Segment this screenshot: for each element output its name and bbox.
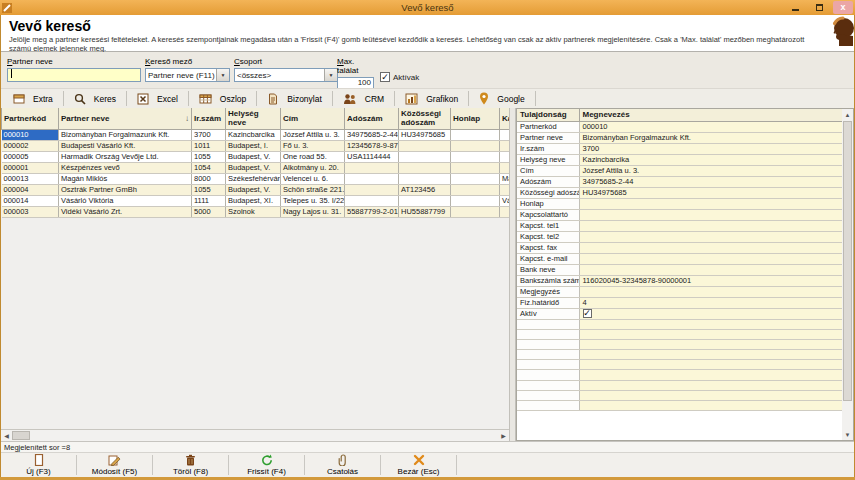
property-value[interactable]: 116020045-32345878-90000001 bbox=[579, 275, 843, 286]
property-value[interactable] bbox=[579, 209, 843, 220]
property-row[interactable]: Kapcsolattartó bbox=[517, 209, 843, 220]
table-cell[interactable]: Vidéki Vásárló Zrt. bbox=[59, 206, 192, 217]
table-cell[interactable]: 5000 bbox=[192, 206, 226, 217]
property-value[interactable] bbox=[579, 339, 843, 349]
table-row[interactable]: 000013Magán Miklós8000SzékesfehérvárVele… bbox=[2, 173, 510, 184]
table-cell[interactable]: 000003 bbox=[2, 206, 59, 217]
property-row[interactable]: Kapcst. tel1 bbox=[517, 220, 843, 231]
panel-splitter[interactable] bbox=[509, 108, 516, 441]
property-row[interactable]: Megjegyzés bbox=[517, 286, 843, 297]
property-row[interactable] bbox=[517, 329, 843, 339]
table-cell[interactable]: 1054 bbox=[192, 162, 226, 173]
property-row[interactable]: Aktív✓ bbox=[517, 308, 843, 319]
table-cell[interactable]: Magán Miklós bbox=[500, 173, 510, 184]
column-header[interactable]: Helység neve bbox=[226, 108, 281, 129]
property-row[interactable] bbox=[517, 339, 843, 349]
property-value[interactable]: 34975685-2-44 bbox=[579, 176, 843, 187]
table-cell[interactable] bbox=[451, 151, 500, 162]
table-cell[interactable]: Készpénzes vevő bbox=[59, 162, 192, 173]
property-value[interactable] bbox=[579, 329, 843, 339]
property-value[interactable]: 4 bbox=[579, 297, 843, 308]
active-checkbox[interactable]: ✓ bbox=[583, 309, 592, 318]
partner-name-input[interactable] bbox=[7, 68, 141, 82]
property-value[interactable] bbox=[579, 198, 843, 209]
property-value[interactable] bbox=[579, 370, 843, 380]
property-row[interactable]: Ir.szám3700 bbox=[517, 143, 843, 154]
property-row[interactable]: Helység neveKazincbarcika bbox=[517, 154, 843, 165]
table-row[interactable]: 000001Készpénzes vevő1054Budapest, V.Alk… bbox=[2, 162, 510, 173]
table-cell[interactable]: 000013 bbox=[2, 173, 59, 184]
toolbar-document-button[interactable]: Bizonylat bbox=[257, 89, 332, 108]
table-cell[interactable]: 000004 bbox=[2, 184, 59, 195]
delete-button[interactable]: Töröl (F8) bbox=[153, 453, 228, 477]
table-cell[interactable]: Budapest, V. bbox=[226, 162, 281, 173]
table-cell[interactable]: Telepes u. 35. I/22. bbox=[281, 195, 345, 206]
table-row[interactable]: 000002Budapesti Vásárló Kft.1011Budapest… bbox=[2, 140, 510, 151]
toolbar-columns-button[interactable]: Oszlop bbox=[189, 89, 256, 108]
table-cell[interactable] bbox=[451, 173, 500, 184]
column-header[interactable]: Partnerkód bbox=[2, 108, 59, 129]
table-cell[interactable]: 000001 bbox=[2, 162, 59, 173]
table-cell[interactable]: 000002 bbox=[2, 140, 59, 151]
property-row[interactable] bbox=[517, 380, 843, 390]
property-row[interactable]: Honlap bbox=[517, 198, 843, 209]
property-value[interactable] bbox=[579, 286, 843, 297]
property-row[interactable]: Kapcst. e-mail bbox=[517, 253, 843, 264]
chevron-down-icon[interactable]: ▼ bbox=[216, 69, 229, 81]
column-header[interactable]: Partner neve↓ bbox=[59, 108, 192, 129]
table-cell[interactable]: AT123456 bbox=[399, 184, 451, 195]
property-row[interactable]: Partner neveBizományban Forgalmazunk Kft… bbox=[517, 132, 843, 143]
scroll-left-icon[interactable]: ◀ bbox=[1, 430, 12, 441]
property-value[interactable]: ✓ bbox=[579, 308, 843, 319]
scroll-down-icon[interactable]: ▼ bbox=[842, 429, 853, 440]
table-cell[interactable]: Alkotmány u. 20. bbox=[281, 162, 345, 173]
property-value[interactable] bbox=[579, 220, 843, 231]
table-cell[interactable]: USA1114444 bbox=[345, 151, 399, 162]
close-button[interactable]: x bbox=[833, 1, 853, 14]
table-row[interactable]: 000010Bizományban Forgalmazunk Kft.3700K… bbox=[2, 129, 510, 140]
table-cell[interactable] bbox=[500, 184, 510, 195]
property-row[interactable]: Kapcst. fax bbox=[517, 242, 843, 253]
scrollbar-thumb[interactable] bbox=[843, 121, 852, 401]
table-cell[interactable]: 000005 bbox=[2, 151, 59, 162]
column-header[interactable]: Megnevezés bbox=[579, 109, 843, 121]
table-cell[interactable]: 1055 bbox=[192, 151, 226, 162]
toolbar-excel-button[interactable]: Excel bbox=[127, 89, 188, 108]
property-row[interactable] bbox=[517, 370, 843, 380]
table-cell[interactable]: Fő u. 3. bbox=[281, 140, 345, 151]
property-row[interactable]: Partnerkód000010 bbox=[517, 121, 843, 132]
table-cell[interactable] bbox=[399, 151, 451, 162]
property-row[interactable]: Bank neve bbox=[517, 264, 843, 275]
column-header[interactable]: Cím bbox=[281, 108, 345, 129]
toolbar-crm-button[interactable]: CRM bbox=[333, 89, 394, 108]
refresh-button[interactable]: Frissít (F4) bbox=[229, 453, 304, 477]
table-cell[interactable] bbox=[500, 140, 510, 151]
table-cell[interactable] bbox=[451, 195, 500, 206]
table-cell[interactable] bbox=[500, 129, 510, 140]
vertical-scrollbar[interactable]: ▲ ▼ bbox=[842, 109, 853, 440]
table-cell[interactable]: 12345678-9-87 bbox=[345, 140, 399, 151]
table-cell[interactable] bbox=[399, 140, 451, 151]
table-cell[interactable]: 000014 bbox=[2, 195, 59, 206]
table-cell[interactable]: Magán Miklós bbox=[59, 173, 192, 184]
scrollbar-thumb[interactable] bbox=[12, 431, 30, 440]
property-value[interactable]: Bizományban Forgalmazunk Kft. bbox=[579, 132, 843, 143]
horizontal-scrollbar[interactable]: ◀ ▶ bbox=[1, 430, 509, 441]
edit-button[interactable]: Módosít (F5) bbox=[77, 453, 152, 477]
property-value[interactable]: HU34975685 bbox=[579, 187, 843, 198]
attach-button[interactable]: Csatolás bbox=[305, 453, 380, 477]
table-cell[interactable]: Bizományban Forgalmazunk Kft. bbox=[59, 129, 192, 140]
property-value[interactable] bbox=[579, 350, 843, 360]
table-cell[interactable]: Szolnok bbox=[226, 206, 281, 217]
table-cell[interactable] bbox=[399, 195, 451, 206]
column-header[interactable]: Ir.szám bbox=[192, 108, 226, 129]
table-cell[interactable]: Budapesti Vásárló Kft. bbox=[59, 140, 192, 151]
property-row[interactable] bbox=[517, 360, 843, 370]
column-header[interactable]: Kapcsolattartó bbox=[500, 108, 510, 129]
property-value[interactable] bbox=[579, 360, 843, 370]
search-field-select[interactable]: Partner neve (F11) ▼ bbox=[145, 68, 230, 82]
table-row[interactable]: 000004Osztrák Partner GmBh1055Budapest, … bbox=[2, 184, 510, 195]
table-cell[interactable] bbox=[500, 162, 510, 173]
property-row[interactable]: Bankszámla száma116020045-32345878-90000… bbox=[517, 275, 843, 286]
property-row[interactable] bbox=[517, 390, 843, 400]
